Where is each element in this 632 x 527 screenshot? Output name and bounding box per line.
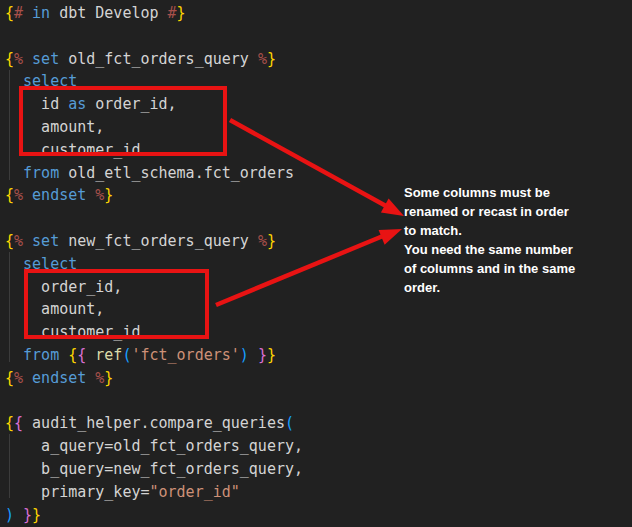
code-line: [5, 390, 303, 413]
code-token: [14, 506, 23, 524]
annotation-line: order.: [404, 278, 575, 297]
code-token: {: [5, 232, 14, 250]
code-token: %: [14, 186, 23, 204]
highlight-box-old-columns: [19, 86, 227, 156]
code-token: [23, 50, 32, 68]
code-token: %: [258, 232, 267, 250]
code-token: set: [32, 232, 59, 250]
annotation-line: of columns and in the same: [404, 259, 575, 278]
code-token: #: [168, 4, 177, 22]
highlight-box-new-columns: [24, 269, 209, 339]
code-token: {: [5, 414, 14, 432]
code-token: %: [14, 50, 23, 68]
code-line: primary_key="order_id": [5, 481, 303, 504]
code-line: {% set old_fct_orders_query %}: [5, 48, 303, 71]
code-token: old_etl_schema.fct_orders: [59, 164, 294, 182]
code-token: }: [258, 346, 267, 364]
code-line: {# in dbt Develop #}: [5, 2, 303, 25]
code-token: %: [258, 50, 267, 68]
code-token: set: [32, 50, 59, 68]
code-line: a_query=old_fct_orders_query,: [5, 435, 303, 458]
code-line: {{ audit_helper.compare_queries(: [5, 412, 303, 435]
code-token: }: [23, 506, 32, 524]
code-token: [249, 346, 258, 364]
code-token: #: [14, 4, 23, 22]
code-token: [23, 232, 32, 250]
code-line: ) }}: [5, 504, 303, 527]
code-token: [23, 4, 32, 22]
code-token: ): [5, 506, 14, 524]
code-token: }: [177, 4, 186, 22]
code-token: endset: [32, 369, 86, 387]
code-line: from old_etl_schema.fct_orders: [5, 162, 303, 185]
code-token: audit_helper.compare_queries: [23, 414, 285, 432]
code-token: }: [267, 50, 276, 68]
code-token: new_fct_orders_query: [59, 232, 258, 250]
code-token: endset: [32, 186, 86, 204]
code-token: }: [267, 346, 276, 364]
code-token: {: [5, 369, 14, 387]
code-token: %: [95, 186, 104, 204]
code-token: %: [95, 369, 104, 387]
code-line: b_query=new_fct_orders_query,: [5, 458, 303, 481]
code-token: {: [14, 414, 23, 432]
code-token: ref: [95, 346, 122, 364]
code-line: {% endset %}: [5, 367, 303, 390]
code-token: }: [32, 506, 41, 524]
code-line: [5, 207, 303, 230]
code-token: [23, 186, 32, 204]
code-token: b_query=new_fct_orders_query,: [5, 460, 303, 478]
code-token: }: [267, 232, 276, 250]
code-token: ): [240, 346, 249, 364]
code-token: [5, 346, 23, 364]
code-editor[interactable]: {# in dbt Develop #}{% set old_fct_order…: [5, 2, 303, 526]
code-token: {: [5, 50, 14, 68]
annotation-line: You need the same number: [404, 240, 575, 259]
code-token: (: [285, 414, 294, 432]
code-token: %: [14, 232, 23, 250]
code-token: 'fct_orders': [131, 346, 239, 364]
code-line: from {{ ref('fct_orders') }}: [5, 344, 303, 367]
code-token: {: [68, 346, 77, 364]
code-token: %: [14, 369, 23, 387]
code-token: [86, 186, 95, 204]
code-token: primary_key=: [5, 483, 150, 501]
code-token: in: [32, 4, 50, 22]
code-token: [59, 346, 68, 364]
code-token: a_query=old_fct_orders_query,: [5, 437, 303, 455]
code-token: [23, 369, 32, 387]
code-token: }: [104, 369, 113, 387]
code-line: [5, 25, 303, 48]
annotation-line: renamed or recast in order: [404, 202, 575, 221]
code-token: "order_id": [150, 483, 240, 501]
annotation-line: to match.: [404, 221, 575, 240]
code-line: {% set new_fct_orders_query %}: [5, 230, 303, 253]
code-token: old_fct_orders_query: [59, 50, 258, 68]
code-token: dbt Develop: [50, 4, 167, 22]
annotation-line: Some columns must be: [404, 183, 575, 202]
code-token: {: [77, 346, 86, 364]
code-token: from: [23, 164, 59, 182]
code-token: from: [23, 346, 59, 364]
annotation-text: Some columns must berenamed or recast in…: [404, 183, 575, 297]
code-token: [5, 164, 23, 182]
code-token: {: [5, 4, 14, 22]
code-token: [5, 255, 23, 273]
code-token: [86, 346, 95, 364]
code-token: }: [104, 186, 113, 204]
code-line: {% endset %}: [5, 184, 303, 207]
code-token: {: [5, 186, 14, 204]
code-token: [86, 369, 95, 387]
